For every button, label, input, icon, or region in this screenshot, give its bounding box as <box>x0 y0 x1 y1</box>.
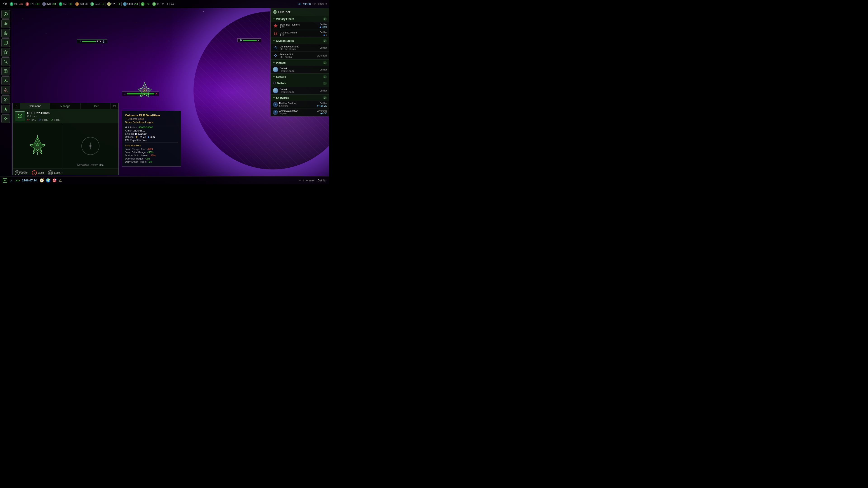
planets-section-title: Planets <box>276 61 323 64</box>
dethak-sector-header[interactable]: Dethak 1 <box>271 80 329 87</box>
fleet-swift-star-hunters[interactable]: Swift Star Hunters ⬆ 19 Dethlar ◆ 2508 <box>271 22 329 30</box>
svg-point-1 <box>5 13 6 15</box>
menu-icon[interactable]: ≡ <box>326 2 327 6</box>
sidebar-situation[interactable] <box>1 95 10 104</box>
tab-l1[interactable]: L1 <box>13 103 20 109</box>
mod-armor-regen: Daily Armor Regen: +2% <box>125 160 178 163</box>
svg-point-20 <box>5 91 6 92</box>
sidebar-tech[interactable] <box>1 114 10 123</box>
construction-ship-info: Construction Ship DLE Xuv-Xanim <box>280 45 320 51</box>
warning-icon[interactable]: ⚠ <box>59 178 62 183</box>
ship-display-svg <box>26 135 49 157</box>
acramalo-station-power: ◆9.7K <box>317 112 327 115</box>
unity-value: 1.2K <box>112 3 117 5</box>
order-button[interactable]: ✕ Order <box>15 170 28 175</box>
research-icon: ✿ <box>90 2 94 6</box>
svg-point-25 <box>5 118 6 119</box>
minerals-delta: +38 <box>35 3 39 5</box>
science-ship-meta: Acramalo <box>317 55 327 57</box>
science-ship-item[interactable]: Science Ship DLE Xomba Acramalo <box>271 52 329 60</box>
options-button[interactable]: OPTIONS <box>312 3 324 5</box>
sidebar-federation[interactable] <box>1 76 10 85</box>
sectors-section-title: Sectors <box>276 75 323 78</box>
station-hud[interactable]: 🛸 ✕ <box>237 38 261 42</box>
tab-command[interactable]: Command <box>20 103 50 109</box>
dethak-capital-item[interactable]: Dethak Empire Capital Dethlar <box>271 87 329 95</box>
sidebar-crisis[interactable] <box>1 86 10 94</box>
tab-r1[interactable]: R1 <box>111 103 119 109</box>
colossus-ship-svg <box>135 81 154 99</box>
small-fleet-hud[interactable]: 🛡 8.2K ⚓ <box>77 39 107 43</box>
food-value: 35K <box>63 3 68 5</box>
shipyards-section-header[interactable]: ▼ Shipyards 2 <box>271 95 329 101</box>
planet-icon[interactable]: 🌍 <box>46 178 51 183</box>
colossus-damage-icon: ✕ <box>155 92 158 95</box>
sidebar-expansion[interactable] <box>1 105 10 113</box>
dethak-sector-count: 1 <box>323 82 327 85</box>
shield-percent: 100% <box>41 119 48 121</box>
sidebar-map[interactable] <box>1 38 10 47</box>
target-reticle <box>81 137 99 155</box>
construction-ship-item[interactable]: Construction Ship DLE Xuv-Xanim Dethlar <box>271 44 329 52</box>
sidebar-politics[interactable] <box>1 67 10 75</box>
minimap-button[interactable]: 🗺 <box>2 2 8 6</box>
mod-jump-charge: Jump Charge Time: -80% <box>125 148 178 151</box>
planets-section-header[interactable]: ▼ Planets 1 <box>271 60 329 66</box>
sectors-section-header[interactable]: ▼ Sectors 1 <box>271 74 329 80</box>
triangle-icon: △ <box>10 179 12 182</box>
star <box>102 45 102 45</box>
sidebar-contacts[interactable] <box>1 20 10 28</box>
dethlar-station-power: ⬆⬆ ◆8.2K <box>316 105 327 107</box>
planets-arrow-icon: ▼ <box>273 62 275 64</box>
fleet-dle-dez-hilam[interactable]: DLE Dez-Hilam ⬇ 32 Dethlar ◆ 0 <box>271 30 329 38</box>
command-visual <box>13 123 62 168</box>
target-center <box>89 145 92 147</box>
credits-delta: -46 <box>19 3 23 5</box>
dethlar-station-info: Dethlar Station Shipyard <box>279 102 316 107</box>
sectors-section-count: 1 <box>323 75 327 78</box>
upkeep-mineral-icon: ◆ <box>147 135 149 138</box>
crosshair-icon[interactable]: 🎯 <box>52 178 57 183</box>
svg-point-52 <box>274 33 275 34</box>
star <box>135 23 136 23</box>
svg-point-59 <box>275 55 276 57</box>
naval-capacity: 19/168 <box>303 3 311 5</box>
colossus-ship[interactable] <box>135 81 154 100</box>
back-btn-label: Back <box>38 171 44 174</box>
civilian-section-count: 2 <box>323 39 327 42</box>
fleet-info-swift: Swift Star Hunters ⬆ 19 <box>280 23 319 29</box>
sidebar-empire[interactable] <box>1 10 10 19</box>
tab-manage[interactable]: Manage <box>50 103 81 109</box>
station-close[interactable]: ✕ <box>257 39 259 41</box>
acramalo-station-item[interactable]: ⚙ Acramalo Station Shipyard Acramalo ◆9.… <box>271 108 329 116</box>
military-section-header[interactable]: ▼ Military Fleets 2 <box>271 16 329 22</box>
shield-icon: 🛡 <box>38 119 41 121</box>
back-button[interactable]: ● Back <box>32 170 44 175</box>
speed-arrows: >>> <box>15 179 20 182</box>
resource-influence: ◈ 948K +14 <box>122 2 140 6</box>
military-section-count: 2 <box>323 18 327 21</box>
fleet-military-icon <box>273 23 278 29</box>
tab-fleet[interactable]: Fleet <box>81 103 111 109</box>
civilian-section-header[interactable]: ▼ Civilian Ships 2 <box>271 38 329 44</box>
svg-point-53 <box>276 33 277 34</box>
dethak-capital-meta: Dethlar <box>320 90 327 92</box>
construction-ship-sub: DLE Xuv-Xanim <box>280 48 320 51</box>
outliner-title: Outliner <box>278 10 290 14</box>
outliner-icon <box>273 10 277 14</box>
fleet-power-swift: ◆ 2508 <box>319 26 327 28</box>
sidebar-species[interactable] <box>1 29 10 37</box>
lookat-button[interactable]: L3 Look At <box>48 170 63 175</box>
compass-icon[interactable]: 🧭 <box>39 178 44 183</box>
armor-icon: ⬡ <box>51 119 53 121</box>
pop-icon: ⬟ <box>152 2 156 6</box>
speed-controls[interactable]: ⏮ ⏸ ⏭ ⏭⏭ <box>299 179 315 182</box>
sidebar-military[interactable] <box>1 48 10 57</box>
fleet-ship-count-dez: ⬇ <box>280 34 282 36</box>
planet-dethak[interactable]: Dethak Empire Capital Dethlar <box>271 66 329 74</box>
mod-armor-regen-label: Daily Armor Regen: <box>125 160 147 163</box>
dethlar-station-item[interactable]: ⚙ Dethlar Station Shipyard Dethlar ⬆⬆ ◆8… <box>271 101 329 108</box>
play-button[interactable]: ▶ <box>3 178 7 183</box>
ftl-value: Yes <box>143 139 147 142</box>
sidebar-research[interactable] <box>1 57 10 66</box>
